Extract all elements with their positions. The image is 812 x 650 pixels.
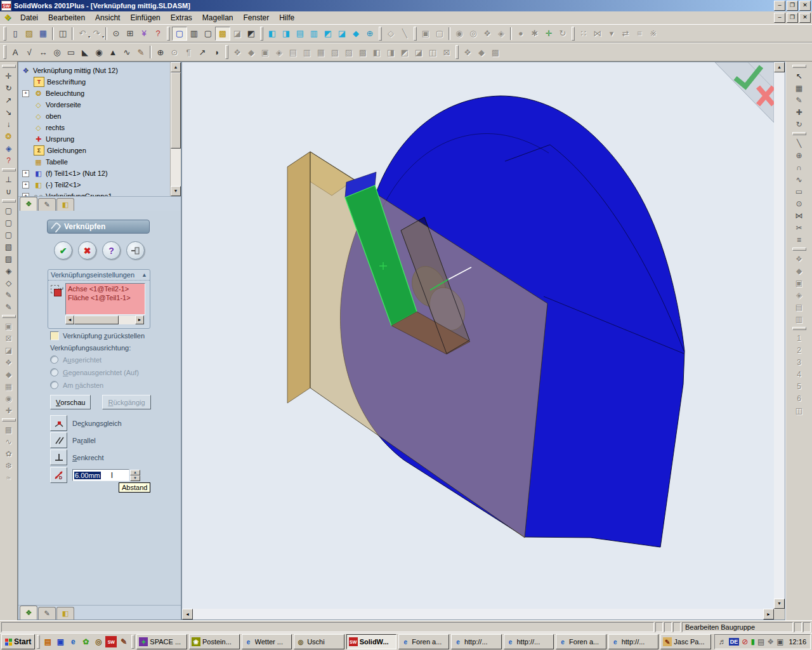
standard-views-icon[interactable]: ❂	[1, 130, 16, 142]
defer-mate-checkbox[interactable]	[50, 331, 59, 340]
tool-m-icon[interactable]: ≈	[1, 472, 16, 484]
toolbar-grip[interactable]	[2, 199, 16, 202]
ql-search-icon[interactable]: ◎	[93, 636, 104, 647]
task-button-ie[interactable]: eWetter ...	[242, 634, 292, 649]
toolbar-grip[interactable]	[2, 315, 16, 318]
menu-ansicht[interactable]: Ansicht	[90, 12, 125, 23]
tool-i-icon[interactable]: ▩	[1, 423, 16, 435]
view-orientation-icon[interactable]: ◈	[1, 142, 16, 154]
hole-callout-icon[interactable]: ⊙	[167, 46, 181, 58]
scroll-right-icon[interactable]: ►	[135, 315, 144, 324]
fillet-icon[interactable]: ▤	[286, 46, 300, 58]
expand-icon[interactable]: +	[22, 90, 29, 97]
toolbar-grip[interactable]	[225, 45, 228, 59]
scroll-left-icon[interactable]: ◄	[182, 609, 193, 620]
shaded-icon[interactable]: ▩	[215, 27, 230, 41]
note-icon[interactable]: A	[8, 46, 22, 58]
view-top-icon[interactable]: ◩	[321, 27, 335, 40]
tool-k-icon[interactable]: ✿	[1, 448, 16, 460]
datum-target-icon[interactable]: ◉	[92, 46, 106, 58]
named-view-6-icon[interactable]: 6	[792, 392, 807, 404]
annotation-wand-icon[interactable]: ✎	[134, 46, 148, 58]
task-button-solidworks[interactable]: SWSolidW...	[346, 634, 397, 649]
filter-icon[interactable]: ¥	[137, 27, 151, 40]
arc-icon[interactable]: ∩	[792, 161, 807, 173]
insert-component-icon[interactable]: ▾	[605, 27, 619, 40]
linear-pattern-icon[interactable]: ❖	[461, 46, 475, 58]
printer-icon[interactable]: ▤	[757, 637, 764, 646]
shape-icon[interactable]: ◪	[412, 46, 426, 58]
mirror-components-icon[interactable]: ⋈	[591, 27, 605, 40]
cube-view-7-icon[interactable]: ◇	[1, 277, 16, 289]
suppress-icon[interactable]: ◈	[494, 27, 508, 40]
toolbar-grip[interactable]	[792, 65, 806, 68]
multi-jog-icon[interactable]: ↗	[195, 46, 209, 58]
offset-icon[interactable]: ≡	[792, 234, 807, 246]
ql-icq-icon[interactable]: ✿	[80, 636, 91, 647]
menu-bearbeiten[interactable]: Bearbeiten	[43, 12, 90, 23]
new-icon[interactable]: ▯	[8, 27, 22, 40]
assembly-3d-view[interactable]	[182, 62, 785, 620]
plane-icon[interactable]: ◇	[384, 27, 398, 40]
ql-notes-icon[interactable]: ▤	[42, 636, 53, 647]
selection-entry[interactable]: Achse <1@Teil2-1>	[68, 284, 143, 293]
dimension-icon[interactable]: ↔	[36, 46, 50, 58]
section-view-icon[interactable]: ◩	[244, 27, 258, 40]
start-button[interactable]: Start	[1, 634, 35, 649]
edit-assembly-icon[interactable]: ◎	[466, 27, 480, 40]
view-left-icon[interactable]: ▤	[293, 27, 307, 40]
zoom-to-fit-icon[interactable]: ✛	[1, 70, 16, 82]
toolbar-grip[interactable]	[3, 27, 6, 41]
radio-button[interactable]	[50, 368, 58, 376]
distance-input[interactable]: 6.00mm I	[72, 469, 129, 481]
distance-button[interactable]: D	[50, 467, 67, 483]
dome-icon[interactable]: ◩	[398, 46, 412, 58]
select-pointer-icon[interactable]: ↖	[792, 70, 807, 82]
tab-property-manager-bottom[interactable]: ✎	[38, 607, 56, 620]
measure-icon[interactable]: ⊥	[1, 173, 16, 185]
zoom-area-icon[interactable]: ↘	[1, 106, 16, 118]
scroll-down-icon[interactable]: ▼	[774, 599, 785, 609]
edit-part-icon[interactable]: ◉	[452, 27, 466, 40]
extrude-icon[interactable]: ❖	[230, 46, 244, 58]
stacked-balloon-icon[interactable]: ¶	[181, 46, 195, 58]
relation-f-icon[interactable]: ▥	[792, 313, 807, 325]
menu-magellan[interactable]: Magellan	[197, 12, 239, 23]
view-front-icon[interactable]: ◧	[265, 27, 279, 40]
toolbar-grip[interactable]	[792, 248, 806, 251]
view-back-icon[interactable]: ◨	[279, 27, 293, 40]
cancel-button[interactable]: ✖	[78, 241, 96, 260]
sweep-icon[interactable]: ◨	[384, 46, 398, 58]
task-button-space[interactable]: ✦SPACE ...	[136, 634, 187, 649]
loft-icon[interactable]: ◧	[370, 46, 384, 58]
restore-button[interactable]: ❐	[787, 1, 798, 11]
mdi-minimize-button[interactable]: –	[774, 13, 785, 23]
balloon-icon[interactable]: ◎	[50, 46, 64, 58]
toolbar-grip[interactable]	[167, 27, 170, 41]
volume-icon[interactable]: ♬	[719, 637, 726, 646]
select-icon[interactable]: ⊙	[109, 27, 123, 40]
task-button-ie[interactable]: ehttp://...	[504, 634, 554, 649]
tab-property-manager[interactable]: ✎	[38, 198, 56, 211]
rib-icon[interactable]: ▦	[314, 46, 328, 58]
tab-configuration-manager[interactable]: ◧	[56, 198, 74, 211]
sketch-icon[interactable]: ✎	[1, 289, 16, 301]
redo-icon[interactable]: ↷▾	[89, 27, 103, 40]
ql-internet-explorer-icon[interactable]: e	[67, 636, 79, 647]
menu-fenster[interactable]: Fenster	[239, 12, 275, 23]
minimize-button[interactable]: –	[774, 1, 785, 11]
task-button-ie[interactable]: eForen a...	[556, 634, 606, 649]
move-component-icon[interactable]: ✛	[542, 27, 556, 40]
undo-button[interactable]: Rückgängig	[102, 395, 150, 409]
cut-revolve-icon[interactable]: ◈	[272, 46, 286, 58]
toolbar-grip[interactable]	[379, 27, 382, 41]
open-icon[interactable]: ▨	[22, 27, 36, 40]
hide-component-icon[interactable]: ❖	[480, 27, 494, 40]
trim-icon[interactable]: ✂	[792, 222, 807, 234]
toolbar-grip[interactable]	[792, 132, 806, 135]
radio-button[interactable]	[50, 381, 58, 389]
graphics-viewport[interactable]: ▲ ▼ ◄ ►	[181, 62, 785, 620]
relation-a-icon[interactable]: ❖	[792, 253, 807, 265]
ok-button[interactable]: ✔	[54, 241, 72, 260]
toolbar-grip[interactable]	[792, 327, 806, 330]
